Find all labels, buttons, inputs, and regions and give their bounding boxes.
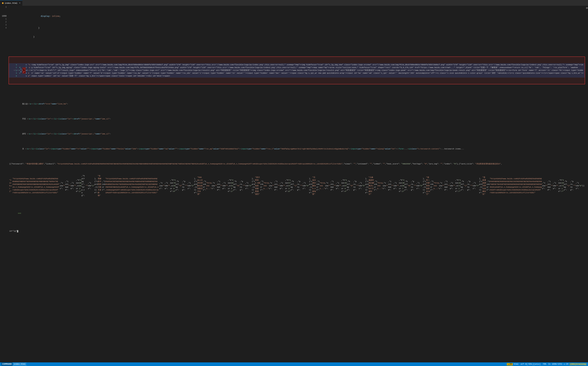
code-punc: ; (59, 15, 61, 17)
status-encoding[interactable]: utf-8[!EOL][unix] (520, 363, 542, 365)
position-label: In 1098/1551 ≤:29 (548, 363, 568, 365)
tab-label: index.html (5, 2, 17, 4)
tab-bar: index.html × (0, 0, 588, 6)
code-indent4 (9, 133, 22, 135)
cursor-block (17, 230, 18, 232)
line-num-empty3 (1, 30, 7, 32)
line-num-3b: 3 (1, 23, 7, 27)
line-num-empty1 (1, 9, 7, 12)
line-num-empty2 (1, 12, 7, 15)
tab-index-html[interactable]: index.html × (0, 0, 22, 6)
line-num-empty4 (1, 32, 7, 35)
code-line-4: 关 </a></li><li class="ln"><input type="h… (8, 147, 585, 151)
code-line-brace1: } (8, 27, 585, 30)
code-line-json1: [{"hotsearch": "考场外那些暖心瞬间","linkurl": "h… (8, 162, 585, 166)
code-line-eee: eee (8, 209, 585, 218)
code-line-1098: </style><div id="lg" class="s-p-top"><im… (9, 63, 585, 78)
command-mode-label: COMMAND (2, 363, 12, 365)
code-line-json2: "linkurl": "https%3A%2Fwww.baidu.com%2Fs… (8, 175, 585, 197)
code-editor[interactable]: display: inline; } } </style><div i (8, 6, 586, 362)
code-line-cursor: id="lg" (8, 230, 585, 233)
code-tag-close: </ (14, 69, 16, 72)
tab-close-button[interactable]: × (19, 2, 20, 4)
code-line-3: display: inline; (8, 15, 585, 18)
status-command-mode: COMMAND (1, 362, 13, 366)
code-line-brace2: } (8, 35, 585, 38)
line-num-4: 4 (1, 27, 7, 30)
code-tag-div: div (19, 66, 20, 75)
code-attr-id: id (20, 68, 22, 73)
file-name-label: index.html (14, 363, 25, 365)
code-indent (9, 69, 14, 72)
warning-icon: ⚠ (508, 363, 509, 366)
encoding-label: utf-8[!EOL][unix] (521, 363, 541, 365)
status-trailing[interactable]: [991]trailing (569, 363, 587, 365)
code-tag-div-open: < (18, 69, 19, 72)
line-num-3: 3 (1, 6, 7, 9)
code-tag-close2: > (17, 69, 18, 72)
code-text: } (8, 36, 35, 38)
status-bar: COMMAND index.html ⚠ 29 html utf-8[!EOL]… (0, 362, 588, 366)
scroll-up-icon[interactable]: ⟳ (586, 7, 588, 9)
status-zoom: 70% (542, 363, 547, 365)
code-content-main: <img hidefocus="true" id="s_lg_img" clas… (31, 63, 584, 77)
code-cursor-text: id="lg" (9, 230, 17, 233)
code-attr: display (8, 15, 49, 17)
warning-count: 29 (509, 363, 512, 365)
code-container: 3 1098 1 2 3 4 display: inline; (0, 6, 588, 362)
line-num-1: 1 (1, 18, 7, 21)
code-line-1: 搜入这</a></li><a href="nret" name="line_hw… (8, 102, 585, 106)
code-op: : (49, 15, 51, 17)
zoom-label: 70% (543, 363, 546, 365)
code-id-highlight: "lg" (22, 68, 26, 73)
code-content-1: 搜入这 (22, 103, 28, 105)
editor-area: 3 1098 1 2 3 4 display: inline; (0, 6, 588, 362)
code-val-s-p-top: "s-p-top" (28, 63, 30, 77)
code-indent3 (9, 118, 22, 120)
status-language[interactable]: html (513, 363, 520, 365)
code-val: inline (52, 15, 59, 17)
status-right-section: ⚠ 29 html utf-8[!EOL][unix] 70% In 1098/… (507, 363, 587, 366)
status-position[interactable]: In 1098/1551 ≤:29 (547, 363, 569, 365)
code-line-2: 手至 </a></li><li class="ln"></li><li clas… (8, 117, 585, 121)
code-text: } (8, 27, 39, 29)
tab-file-icon (2, 2, 4, 4)
trailing-label: [991]trailing (570, 363, 586, 365)
language-label: html (514, 363, 519, 365)
line-num-1098: 1098 (1, 15, 7, 18)
code-attr-class: class (26, 63, 27, 77)
code-indent2 (9, 103, 22, 105)
status-file-name[interactable]: index.html (13, 362, 27, 366)
code-line-3c: 拼写 </a></li><li class="ln"></li><li clas… (8, 132, 585, 136)
line-numbers: 3 1098 1 2 3 4 (0, 6, 8, 362)
status-warning: ⚠ 29 (507, 363, 513, 366)
code-tag-style: style (16, 63, 17, 77)
line-num-2: 2 (1, 21, 7, 23)
